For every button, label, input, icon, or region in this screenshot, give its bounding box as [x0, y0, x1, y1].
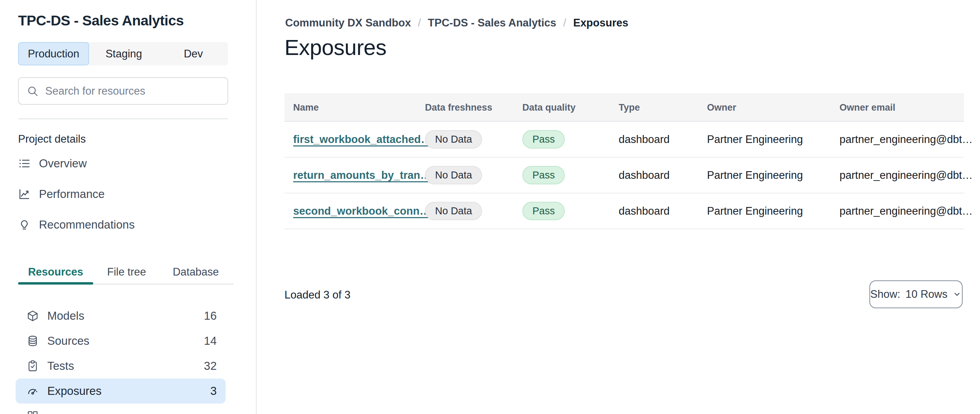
- exposure-owner-email: partner_engineering@dbt…: [840, 193, 973, 229]
- tab-database[interactable]: Database: [160, 262, 232, 282]
- data-quality-badge: Pass: [522, 166, 565, 185]
- data-freshness-badge: No Data: [425, 202, 482, 220]
- exposure-owner: Partner Engineering: [707, 122, 803, 157]
- chevron-down-icon: [953, 290, 962, 299]
- data-freshness-badge: No Data: [425, 166, 482, 185]
- view-tabs: Resources File tree Database: [18, 262, 232, 282]
- show-label: Show:: [870, 288, 900, 301]
- exposure-type: dashboard: [619, 158, 670, 193]
- column-header-data-quality: Data quality: [522, 93, 576, 122]
- sidebar-resource-sources[interactable]: Sources 14: [16, 328, 226, 353]
- sidebar-content-divider: [256, 0, 257, 414]
- data-freshness-badge: No Data: [425, 130, 482, 148]
- exposure-name-link[interactable]: first_workbook_attached…: [293, 133, 431, 146]
- exposure-owner-email: partner_engineering@dbt…: [840, 122, 973, 157]
- sidebar-resource-models[interactable]: Models 16: [16, 303, 226, 328]
- grid-icon: [26, 410, 39, 414]
- resource-label: Models: [47, 309, 84, 323]
- search-icon: [26, 85, 39, 97]
- column-header-owner: Owner: [707, 93, 736, 122]
- resource-count: 3: [210, 384, 216, 398]
- resource-list: Models 16 Sources 14: [16, 303, 226, 414]
- breadcrumb-current: Exposures: [573, 17, 628, 29]
- sidebar-item-label: Performance: [39, 188, 105, 201]
- exposure-type: dashboard: [619, 193, 670, 229]
- column-header-data-freshness: Data freshness: [425, 93, 492, 122]
- active-tab-underline: [18, 282, 93, 285]
- chart-line-icon: [18, 188, 30, 201]
- breadcrumb-separator: /: [563, 17, 566, 29]
- sidebar-resource-partial[interactable]: [16, 404, 226, 414]
- breadcrumb-account[interactable]: Community DX Sandbox: [285, 17, 411, 29]
- search-input[interactable]: [45, 85, 221, 97]
- tab-file-tree[interactable]: File tree: [93, 262, 160, 282]
- env-tab-staging[interactable]: Staging: [89, 42, 159, 65]
- sidebar-item-recommendations[interactable]: Recommendations: [18, 215, 228, 234]
- table-row: second_workbook_conn… No Data Pass dashb…: [285, 193, 964, 229]
- sidebar-item-label: Recommendations: [39, 218, 135, 231]
- sidebar-item-label: Overview: [39, 157, 87, 170]
- project-details-heading: Project details: [18, 133, 86, 145]
- project-title: TPC-DS - Sales Analytics: [18, 13, 184, 29]
- sidebar-item-performance[interactable]: Performance: [18, 185, 228, 204]
- lightbulb-icon: [18, 218, 30, 231]
- resource-count: 14: [204, 334, 216, 347]
- exposures-table: Name Data freshness Data quality Type Ow…: [285, 93, 964, 229]
- breadcrumb-separator: /: [418, 17, 421, 29]
- resource-count: 16: [204, 309, 216, 323]
- cube-icon: [26, 310, 39, 322]
- exposure-name-link[interactable]: second_workbook_conn…: [293, 205, 430, 217]
- resource-label: Exposures: [47, 384, 102, 398]
- resource-search[interactable]: [18, 77, 228, 105]
- gauge-icon: [26, 385, 39, 397]
- project-nav: Overview Performance Recommendations: [18, 154, 228, 234]
- clipboard-check-icon: [26, 360, 39, 372]
- breadcrumb-project[interactable]: TPC-DS - Sales Analytics: [428, 17, 556, 29]
- resource-label: Tests: [47, 359, 74, 373]
- database-icon: [26, 335, 39, 347]
- env-tab-dev[interactable]: Dev: [159, 42, 228, 65]
- data-quality-badge: Pass: [522, 202, 565, 220]
- env-tab-production[interactable]: Production: [18, 42, 89, 65]
- list-icon: [18, 157, 30, 170]
- exposure-owner: Partner Engineering: [707, 193, 803, 229]
- sidebar-item-overview[interactable]: Overview: [18, 154, 228, 173]
- table-header: Name Data freshness Data quality Type Ow…: [285, 93, 964, 122]
- column-header-type: Type: [619, 93, 640, 122]
- column-header-owner-email: Owner email: [840, 93, 896, 122]
- show-value: 10 Rows: [905, 288, 948, 301]
- column-header-name: Name: [293, 93, 319, 122]
- breadcrumb: Community DX Sandbox / TPC-DS - Sales An…: [285, 17, 628, 29]
- data-quality-badge: Pass: [522, 130, 565, 148]
- table-row: first_workbook_attached… No Data Pass da…: [285, 122, 964, 158]
- page-title: Exposures: [285, 35, 387, 60]
- sidebar: TPC-DS - Sales Analytics Production Stag…: [0, 0, 256, 414]
- table-row: return_amounts_by_tran… No Data Pass das…: [285, 158, 964, 193]
- exposure-type: dashboard: [619, 122, 670, 157]
- sidebar-divider: [18, 118, 228, 119]
- sidebar-resource-tests[interactable]: Tests 32: [16, 353, 226, 379]
- sidebar-resource-exposures[interactable]: Exposures 3: [16, 379, 226, 404]
- exposure-owner-email: partner_engineering@dbt…: [840, 158, 973, 193]
- exposure-owner: Partner Engineering: [707, 158, 803, 193]
- resource-count: 32: [204, 359, 216, 373]
- exposure-name-link[interactable]: return_amounts_by_tran…: [293, 169, 431, 182]
- resource-label: Sources: [47, 334, 89, 347]
- loaded-status: Loaded 3 of 3: [285, 289, 350, 301]
- environment-tabs: Production Staging Dev: [18, 42, 228, 65]
- rows-per-page-dropdown[interactable]: Show: 10 Rows: [869, 280, 963, 308]
- tab-resources[interactable]: Resources: [18, 262, 93, 282]
